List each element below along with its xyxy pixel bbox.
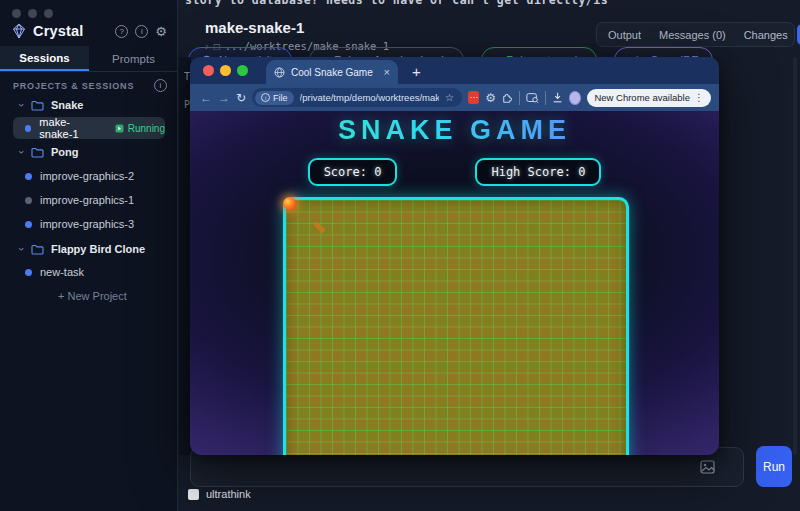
chevron-down-icon: › (16, 100, 28, 110)
help-icon[interactable]: ? (115, 25, 128, 38)
extension-icon-gear[interactable]: ⚙ (485, 91, 496, 105)
image-icon (700, 460, 715, 474)
app-window: Crystal ? i ⚙ Sessions Prompts PROJECTS … (0, 0, 800, 511)
reload-button[interactable]: ↻ (236, 91, 246, 105)
ultrathink-label: ultrathink (206, 488, 251, 500)
sidebar-item-improve-graphics-1[interactable]: improve-graphics-1 (0, 189, 178, 211)
project-label: Flappy Bird Clone (51, 243, 145, 255)
browser-window: Cool Snake Game × + ← → ↻ i File /privat… (190, 57, 719, 455)
view-tabs: Output Messages (0) Changes Terminal (596, 22, 795, 47)
globe-icon (274, 67, 285, 78)
browser-menu-icon[interactable]: ⋮ (694, 92, 704, 103)
tab-messages[interactable]: Messages (0) (650, 24, 735, 45)
browser-tab-strip: Cool Snake Game × + (190, 57, 719, 84)
browser-tab-title: Cool Snake Game (291, 67, 378, 78)
score-row: Score: 0 High Score: 0 (190, 158, 719, 186)
help-glyph: ? (120, 27, 124, 36)
run-button[interactable]: Run (756, 446, 792, 487)
profile-avatar[interactable] (569, 91, 581, 105)
gear-icon[interactable]: ⚙ (155, 25, 167, 38)
window-control-zoom-icon[interactable] (44, 9, 53, 18)
attach-image-button[interactable] (700, 460, 715, 478)
score-box: Score: 0 (308, 158, 398, 186)
section-info-icon[interactable]: i (154, 79, 167, 92)
browser-zoom-icon[interactable] (237, 65, 248, 76)
chrome-update-button[interactable]: New Chrome available ⋮ (587, 89, 711, 107)
sidebar-item-make-snake-1[interactable]: make-snake-1 Running (13, 117, 165, 139)
tab-prompts[interactable]: Prompts (89, 46, 178, 71)
folder-icon (31, 147, 44, 158)
folder-icon (31, 100, 44, 111)
back-button[interactable]: ← (200, 91, 212, 105)
status-badge: Running (115, 123, 165, 134)
sidebar-tabs: Sessions Prompts (0, 46, 178, 72)
info-glyph: i (265, 95, 266, 101)
project-label: Pong (51, 146, 79, 158)
info-glyph: i (160, 81, 162, 90)
session-label: make-snake-1 (39, 116, 102, 140)
session-label: improve-graphics-2 (40, 170, 134, 182)
sidebar: Crystal ? i ⚙ Sessions Prompts PROJECTS … (0, 0, 178, 511)
extensions-puzzle-icon[interactable] (502, 91, 513, 104)
browser-close-icon[interactable] (203, 65, 214, 76)
url-scheme-chip[interactable]: i File (255, 91, 294, 105)
chrome-update-label: New Chrome available (594, 92, 690, 103)
ultrathink-checkbox[interactable] (188, 489, 199, 500)
url-scheme-label: File (273, 93, 288, 103)
session-dot-icon (25, 125, 31, 132)
window-control-close-icon[interactable] (12, 9, 21, 18)
session-label: improve-graphics-3 (40, 218, 134, 230)
window-control-minimize-icon[interactable] (28, 9, 37, 18)
info-icon[interactable]: i (135, 25, 148, 38)
session-label: improve-graphics-1 (40, 194, 134, 206)
game-page: SNAKE GAME Score: 0 High Score: 0 (190, 111, 719, 455)
session-dot-icon (25, 221, 32, 228)
high-score-box: High Score: 0 (475, 158, 601, 186)
section-title: PROJECTS & SESSIONS (13, 81, 134, 91)
extension-icon-red[interactable]: ⋯ (468, 91, 479, 104)
food-dot (283, 197, 296, 210)
browser-toolbar: ← → ↻ i File /private/tmp/demo/worktrees… (190, 84, 719, 111)
session-dot-icon (25, 197, 32, 204)
tab-changes[interactable]: Changes (735, 24, 797, 45)
forward-button[interactable]: → (218, 91, 230, 105)
new-tab-button[interactable]: + (412, 63, 421, 80)
toolbar-divider (519, 91, 520, 105)
clipped-terminal-line: story to database? needs to have or can'… (185, 0, 608, 7)
bookmark-star-icon[interactable]: ☆ (445, 92, 454, 103)
browser-minimize-icon[interactable] (220, 65, 231, 76)
download-icon[interactable] (552, 91, 563, 104)
session-dot-icon (25, 173, 32, 180)
scrollbar[interactable] (793, 57, 797, 455)
sidebar-item-pong[interactable]: › Pong (0, 141, 178, 163)
sidebar-item-snake[interactable]: › Snake (0, 94, 178, 116)
new-project-button[interactable]: + New Project (58, 290, 127, 302)
tab-output[interactable]: Output (599, 24, 650, 45)
sidebar-item-improve-graphics-3[interactable]: improve-graphics-3 (0, 213, 178, 235)
address-bar[interactable]: i File /private/tmp/demo/worktrees/make-… (252, 88, 462, 107)
projects-section-header: PROJECTS & SESSIONS i (13, 79, 167, 92)
sidebar-item-flappy-bird-clone[interactable]: › Flappy Bird Clone (0, 238, 178, 260)
url-text: /private/tmp/demo/worktrees/make-... (300, 92, 440, 103)
ultrathink-row: ultrathink (188, 488, 251, 500)
brand-header: Crystal ? i ⚙ (12, 20, 167, 42)
tab-close-icon[interactable]: × (384, 66, 390, 78)
chevron-down-icon: › (16, 147, 28, 157)
status-badge-label: Running (128, 123, 165, 134)
sidebar-item-improve-graphics-2[interactable]: improve-graphics-2 (0, 165, 178, 187)
page-title: make-snake-1 (205, 19, 304, 36)
app-title: Crystal (33, 23, 84, 39)
game-board (283, 197, 629, 455)
running-icon (115, 124, 124, 133)
toolbar-divider (545, 91, 546, 105)
project-label: Snake (51, 99, 83, 111)
browser-tab[interactable]: Cool Snake Game × (266, 60, 398, 84)
crystal-logo-icon (12, 23, 26, 39)
tab-sessions[interactable]: Sessions (0, 46, 89, 71)
site-info-icon: i (261, 93, 270, 102)
info-glyph: i (141, 27, 143, 36)
tab-search-icon[interactable] (526, 92, 539, 104)
session-label: new-task (40, 266, 84, 278)
snake-segment (313, 221, 326, 234)
sidebar-item-new-task[interactable]: new-task (0, 261, 178, 283)
